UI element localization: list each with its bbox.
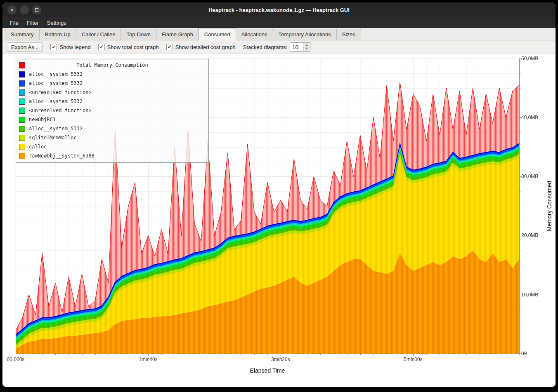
legend-swatch bbox=[19, 144, 25, 150]
tab-caller-callee[interactable]: Caller / Callee bbox=[76, 29, 121, 40]
maximize-icon bbox=[35, 8, 38, 12]
spin-up-button[interactable]: ▲ bbox=[303, 43, 310, 47]
legend-item: newObjRC1 bbox=[19, 115, 206, 124]
menu-settings[interactable]: Settings bbox=[43, 17, 71, 28]
legend-item: sqlite3MemMalloc bbox=[19, 133, 206, 142]
legend-swatch bbox=[19, 126, 25, 132]
legend-label: <unresolved function> bbox=[29, 108, 92, 113]
legend-swatch bbox=[19, 71, 25, 77]
x-tick-label: 00.000s bbox=[2, 357, 36, 362]
stacked-diagrams-label: Stacked diagrams: bbox=[243, 44, 288, 50]
spin-down-icon: ▼ bbox=[305, 48, 308, 50]
menu-file[interactable]: File bbox=[6, 17, 23, 28]
y-axis-title: Memory Consumed bbox=[545, 59, 554, 354]
y-tick-label: 0B bbox=[521, 351, 527, 357]
window-controls: ✕ ─ bbox=[7, 2, 41, 17]
legend-label: alloc__system_5332 bbox=[29, 99, 83, 104]
legend-swatch bbox=[19, 80, 25, 87]
app-window: ✕ ─ Heaptrack - heaptrack.wakunode.1.gz … bbox=[2, 2, 556, 387]
tab-sizes[interactable]: Sizes bbox=[336, 29, 361, 40]
chart-legend: Total Memory Consumption alloc__system_5… bbox=[16, 59, 209, 163]
legend-item: alloc__system_5332 bbox=[19, 70, 206, 79]
stacked-diagrams-spinbox: ▲ ▼ bbox=[290, 42, 310, 52]
legend-swatch bbox=[19, 117, 25, 123]
legend-title-row: Total Memory Consumption bbox=[19, 61, 206, 70]
tab-consumed[interactable]: Consumed bbox=[199, 28, 236, 40]
toolbar: Export As... ✓ Show legend ✓ Show total … bbox=[2, 40, 556, 54]
tab-summary[interactable]: Summary bbox=[5, 29, 40, 40]
y-tick-label: 40,0MB bbox=[521, 115, 538, 120]
legend-swatch bbox=[19, 89, 25, 96]
maximize-button[interactable] bbox=[32, 5, 41, 14]
menu-filter[interactable]: Filter bbox=[23, 17, 43, 28]
close-icon: ✕ bbox=[10, 8, 14, 12]
tab-bottom-up[interactable]: Bottom-Up bbox=[39, 29, 76, 40]
consumed-chart-pane: Total Memory Consumption alloc__system_5… bbox=[2, 54, 556, 387]
legend-item: <unresolved function> bbox=[19, 88, 206, 97]
legend-label: alloc__system_5332 bbox=[29, 80, 83, 86]
x-tick-label: 1min40s bbox=[128, 357, 169, 362]
legend-item: <unresolved function> bbox=[19, 106, 206, 115]
legend-label: sqlite3MemMalloc bbox=[29, 135, 77, 141]
legend-swatch bbox=[19, 108, 25, 114]
y-tick-label: 30,0MB bbox=[521, 174, 538, 179]
show-legend-label: Show legend bbox=[59, 44, 90, 50]
legend-item: rawNewObj__system_6388 bbox=[19, 151, 206, 160]
show-legend-checkbox[interactable]: ✓ bbox=[50, 44, 57, 50]
spin-buttons: ▲ ▼ bbox=[303, 42, 310, 52]
legend-item: calloc bbox=[19, 142, 206, 151]
show-legend-checkbox-row: ✓ Show legend bbox=[50, 44, 90, 50]
tab-allocations[interactable]: Allocations bbox=[236, 29, 273, 40]
show-detailed-cost-checkbox[interactable]: ✓ bbox=[166, 44, 173, 50]
y-tick-label: 10,0MB bbox=[521, 292, 538, 298]
legend-item: alloc__system_5332 bbox=[19, 124, 206, 133]
tab-flame-graph[interactable]: Flame Graph bbox=[156, 29, 199, 40]
legend-item: alloc__system_5332 bbox=[19, 97, 206, 106]
x-tick-label: 3min20s bbox=[260, 357, 301, 362]
legend-swatch bbox=[19, 99, 25, 105]
stacked-diagrams-control: Stacked diagrams: ▲ ▼ bbox=[243, 42, 311, 52]
show-total-cost-checkbox[interactable]: ✓ bbox=[98, 44, 105, 50]
minimize-icon: ─ bbox=[23, 8, 26, 12]
show-detailed-cost-label: Show detailed cost graph bbox=[175, 44, 236, 50]
spin-down-button[interactable]: ▼ bbox=[303, 47, 310, 52]
export-as-button[interactable]: Export As... bbox=[7, 42, 43, 52]
stacked-diagrams-input[interactable] bbox=[290, 42, 303, 52]
y-tick-label: 50,0MB bbox=[521, 56, 538, 61]
legend-item: alloc__system_5332 bbox=[19, 79, 206, 88]
legend-label: alloc__system_5332 bbox=[29, 71, 83, 77]
legend-label: alloc__system_5332 bbox=[29, 126, 83, 131]
spin-up-icon: ▲ bbox=[305, 44, 308, 46]
legend-title: Total Memory Consumption bbox=[76, 62, 148, 68]
y-tick-label: 20,0MB bbox=[521, 232, 538, 238]
legend-swatch bbox=[19, 135, 25, 141]
show-total-cost-label: Show total cost graph bbox=[107, 44, 159, 50]
legend-swatch-total bbox=[19, 62, 25, 68]
tab-top-down[interactable]: Top-Down bbox=[121, 29, 156, 40]
legend-label: newObjRC1 bbox=[29, 117, 56, 122]
show-detailed-cost-checkbox-row: ✓ Show detailed cost graph bbox=[166, 44, 236, 50]
titlebar: ✕ ─ Heaptrack - heaptrack.wakunode.1.gz … bbox=[2, 2, 556, 17]
tab-temporary-allocations[interactable]: Temporary Allocations bbox=[273, 29, 337, 40]
tabbar: Summary Bottom-Up Caller / Callee Top-Do… bbox=[2, 28, 556, 40]
legend-label: calloc bbox=[29, 144, 47, 150]
window-title: Heaptrack - heaptrack.wakunode.1.gz — He… bbox=[208, 7, 350, 13]
x-axis-title: Elapsed Time bbox=[16, 367, 519, 374]
legend-label: <unresolved function> bbox=[29, 89, 92, 95]
menubar: File Filter Settings bbox=[2, 17, 556, 28]
x-tick-label: 5min00s bbox=[392, 357, 434, 362]
legend-swatch bbox=[19, 153, 25, 159]
close-button[interactable]: ✕ bbox=[7, 5, 17, 14]
legend-label: rawNewObj__system_6388 bbox=[29, 153, 95, 159]
show-total-cost-checkbox-row: ✓ Show total cost graph bbox=[98, 44, 159, 50]
minimize-button[interactable]: ─ bbox=[20, 5, 29, 14]
